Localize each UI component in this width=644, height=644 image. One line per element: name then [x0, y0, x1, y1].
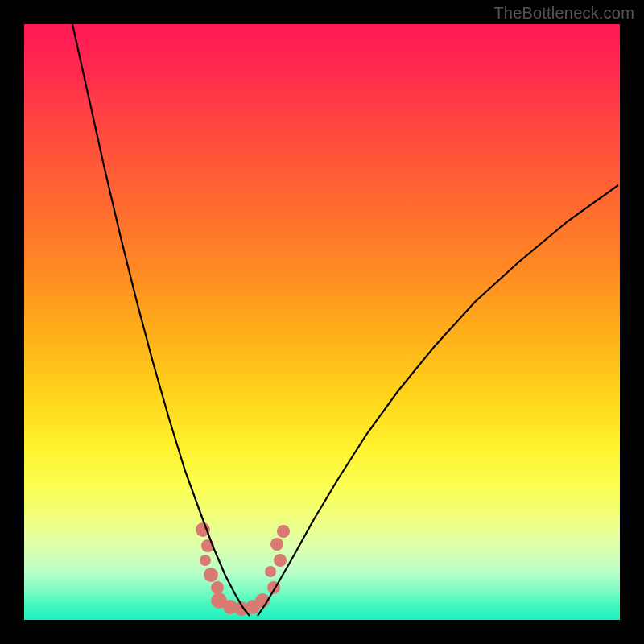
watermark-text: TheBottleneck.com	[493, 4, 634, 23]
scatter-point	[204, 568, 218, 582]
left-curve	[72, 24, 250, 616]
plot-area	[24, 24, 620, 620]
scatter-point	[274, 554, 287, 567]
scatter-point	[277, 525, 290, 538]
scatter-point	[265, 566, 276, 577]
curves-svg	[24, 24, 620, 620]
scatter-point	[270, 538, 283, 551]
chart-container: TheBottleneck.com	[0, 0, 644, 644]
scatter-point	[211, 581, 224, 594]
scatter-point	[200, 555, 211, 566]
right-curve	[258, 185, 618, 616]
